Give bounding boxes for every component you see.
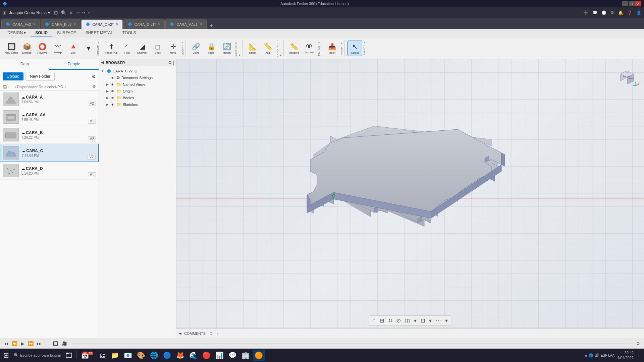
- timeline-prev-button[interactable]: ⏪: [11, 341, 18, 346]
- minimize-button[interactable]: —: [622, 1, 628, 6]
- timeline-start-button[interactable]: ⏮: [3, 341, 9, 346]
- taskbar-opera-button[interactable]: 🌊: [187, 350, 200, 361]
- file-version-cara-aa[interactable]: V1: [88, 119, 96, 124]
- create-dropdown-button[interactable]: ▾: [81, 41, 96, 56]
- tab-cara-cv2-close[interactable]: ✕: [116, 22, 118, 26]
- tray-arrow-icon[interactable]: ∧: [585, 353, 587, 358]
- tab-cara-cv2[interactable]: 🔷 CARA_C v2* ✕: [81, 19, 123, 29]
- toolbar-tab-tools[interactable]: TOOLS: [118, 29, 141, 37]
- file-item-cara-d[interactable]: ☁ CARA_D 8:14:20 PM V1: [0, 162, 99, 180]
- chat-icon[interactable]: 💬: [592, 10, 597, 15]
- taskbar-task-view-button[interactable]: 🗔: [64, 350, 74, 361]
- canvas-area[interactable]: FRONT TOP RIGHT X Z Y ⌂ ⊞ ↻ ⊙ ◫: [176, 59, 644, 338]
- modify-fillet-button[interactable]: ◜ Fillet: [119, 41, 134, 56]
- inspect-display-button[interactable]: 👁 Display: [302, 41, 317, 56]
- tab-cara-dv1[interactable]: 🔷 CARA_D v1* ✕: [123, 19, 165, 29]
- taskbar-show-desktop-button[interactable]: |: [636, 353, 640, 357]
- tab-cara-aav1-close[interactable]: ✕: [200, 22, 202, 26]
- panel-tab-people[interactable]: People: [49, 59, 99, 70]
- taskbar-start-button[interactable]: ⊞: [1, 350, 11, 361]
- file-item-cara-a[interactable]: ☁ CARA_A 7:09:56 PM V2: [0, 90, 99, 108]
- maximize-button[interactable]: □: [629, 1, 635, 6]
- viewport-grid-display-icon[interactable]: ⊡: [419, 317, 426, 324]
- tab-cara-aav1[interactable]: 🔷 CARA_AAv1 ✕: [165, 19, 207, 29]
- tab-cara-av2[interactable]: 🔷 CARA_Av2 ✕: [1, 19, 40, 29]
- taskbar-firefox-button[interactable]: 🦊: [174, 350, 186, 361]
- taskbar-folder-button[interactable]: 📁: [109, 350, 121, 361]
- taskbar-office-button[interactable]: 🏢: [239, 350, 252, 361]
- comments-toggle-button[interactable]: ◀: [179, 331, 181, 335]
- tab-cara-bv2-close[interactable]: ✕: [73, 22, 76, 26]
- undo-dropdown-icon[interactable]: ▾: [88, 10, 90, 15]
- inspect-measure-button[interactable]: 📏 Measure: [286, 41, 301, 56]
- construct-offset-plane-button[interactable]: 📐 Offset: [245, 41, 260, 56]
- tab-cara-dv1-close[interactable]: ✕: [158, 22, 160, 26]
- viewport-display-dropdown[interactable]: ▾: [413, 317, 418, 324]
- taskbar-clock[interactable]: 20:42 4/04/2021: [617, 350, 634, 361]
- close-button[interactable]: ✕: [635, 1, 641, 6]
- upload-button[interactable]: Upload: [3, 72, 23, 80]
- modify-move-button[interactable]: ✛ Move: [166, 41, 180, 56]
- taskbar-brave-button[interactable]: 🔴: [200, 350, 213, 361]
- toolbar-tab-surface[interactable]: SURFACE: [52, 29, 81, 37]
- modify-press-pull-button[interactable]: ⬆ Press Pull: [104, 41, 119, 56]
- new-folder-button[interactable]: New Folder: [25, 72, 55, 81]
- tree-origin[interactable]: ▶ 👁 📁 Origin: [99, 88, 176, 95]
- taskbar-search-button[interactable]: 🔍 Escribe aquí para buscar: [12, 350, 63, 361]
- create-loft-button[interactable]: 🔺 Loft: [66, 41, 80, 56]
- timeline-mode-icon[interactable]: 🔲: [52, 341, 59, 346]
- tab-add-button[interactable]: +: [207, 23, 216, 29]
- timeline-camera-icon[interactable]: 🎥: [61, 341, 68, 346]
- taskbar-calendar-button[interactable]: 📅 26: [79, 350, 97, 361]
- file-item-cara-c[interactable]: ☁ CARA_C 7:38:04 PM V2: [0, 144, 99, 162]
- timeline-settings-right-icon[interactable]: ⚙: [635, 341, 641, 346]
- create-new-component-button[interactable]: 🔲 New Comp: [4, 41, 19, 56]
- viewport-area[interactable]: ◀ BROWSER ⊙ | ▼ 🔷 CARA_C v2 ◎ 👁 ⚙: [99, 59, 644, 338]
- timeline-track[interactable]: [72, 343, 631, 344]
- panel-tab-data[interactable]: Data: [0, 59, 49, 70]
- browser-expand-icon[interactable]: ⊙: [168, 60, 171, 65]
- create-extrude-button[interactable]: 📦 Extrude: [19, 41, 34, 56]
- file-version-cara-b[interactable]: V2: [88, 136, 96, 141]
- browser-collapse-icon[interactable]: ◀: [101, 60, 104, 65]
- timeline-end-button[interactable]: ⏭: [36, 341, 43, 346]
- construct-axis-button[interactable]: 📏 Axis: [261, 41, 275, 56]
- taskbar-chrome-button[interactable]: 🌐: [148, 350, 160, 361]
- taskbar-teams-button[interactable]: 💬: [226, 350, 239, 361]
- file-version-cara-a[interactable]: V2: [88, 101, 96, 106]
- tab-cara-av2-close[interactable]: ✕: [33, 22, 36, 26]
- plus-icon[interactable]: ➕: [583, 10, 588, 15]
- viewport-grid-dropdown[interactable]: ▾: [428, 317, 433, 324]
- assemble-motion-button[interactable]: 🔄 Motion: [219, 41, 234, 56]
- file-item-cara-b[interactable]: ☁ CARA_B 7:29:22 PM V2: [0, 126, 99, 144]
- design-dropdown[interactable]: DESIGN ▾: [3, 29, 31, 37]
- insert-button[interactable]: 📥 Insert: [325, 41, 339, 56]
- tree-named-views[interactable]: ▶ 👁 📁 Named Views: [99, 81, 176, 88]
- select-button[interactable]: ↖ Select: [347, 41, 362, 56]
- viewport-home-icon[interactable]: ⌂: [371, 317, 377, 324]
- close-icon[interactable]: ✕: [69, 10, 73, 15]
- file-version-cara-d[interactable]: V1: [88, 172, 96, 177]
- redo-icon[interactable]: ↪: [82, 10, 85, 15]
- taskbar-excel-button[interactable]: 📊: [213, 350, 226, 361]
- view-cube[interactable]: FRONT TOP RIGHT X Z Y: [614, 62, 641, 89]
- toolbar-tab-solid[interactable]: SOLID: [31, 29, 52, 37]
- bell-icon[interactable]: 🔔: [618, 10, 623, 15]
- create-revolve-button[interactable]: ⭕ Revolve: [35, 41, 50, 56]
- viewport-more-dropdown[interactable]: ▾: [444, 317, 449, 324]
- tray-volume-icon[interactable]: 🔊: [595, 353, 599, 358]
- taskbar-edge-button[interactable]: 🔵: [161, 350, 173, 361]
- clock-icon[interactable]: 🕐: [601, 10, 606, 15]
- assemble-joint-button[interactable]: 🔗 Joint: [189, 41, 203, 56]
- panel-settings-icon[interactable]: ⚙: [92, 74, 96, 79]
- tree-root-cara-c[interactable]: ▼ 🔷 CARA_C v2 ◎: [99, 68, 176, 74]
- modify-shell-button[interactable]: ◻ Shell: [150, 41, 165, 56]
- taskbar-fusion-button[interactable]: 🟠: [253, 350, 265, 361]
- taskbar-email-button[interactable]: 📧: [122, 350, 134, 361]
- help-icon[interactable]: ❓: [627, 10, 632, 15]
- file-version-cara-c[interactable]: V2: [88, 155, 96, 160]
- assemble-rigid-button[interactable]: 🔒 Rigid: [204, 41, 219, 56]
- settings-icon[interactable]: ⚙: [610, 10, 614, 15]
- taskbar-search-label[interactable]: Escribe aquí para buscar: [20, 353, 61, 357]
- viewport-grid-icon[interactable]: ⊞: [378, 317, 385, 324]
